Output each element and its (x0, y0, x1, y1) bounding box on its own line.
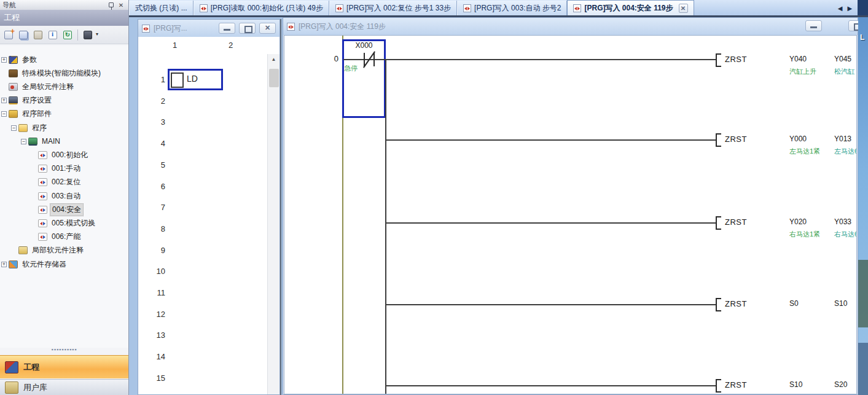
instruction-bracket (716, 53, 721, 67)
list-row-number[interactable]: 12 (138, 310, 165, 319)
list-row-number[interactable]: 5 (138, 160, 165, 170)
device1-label[interactable]: Y040 (789, 55, 807, 63)
properties-icon[interactable] (47, 29, 59, 41)
device1-label[interactable]: Y000 (789, 135, 807, 143)
tree-item-label: 005:模式切换 (50, 217, 97, 229)
device2-label[interactable]: Y013 (834, 135, 851, 143)
user-library-button[interactable]: 用户库 (0, 379, 128, 395)
device1-label[interactable]: S10 (789, 380, 802, 389)
list-row-number[interactable]: 8 (138, 224, 165, 233)
document-tab[interactable]: 式切换 (只读) ... (129, 1, 194, 15)
instruction-label[interactable]: ZRST (725, 217, 747, 227)
project-section-header: 工程 (0, 10, 128, 26)
device2-label[interactable]: Y045 (834, 55, 851, 63)
ladder-canvas[interactable]: 0X000急停ZRSTY040Y045汽缸上升松汽缸ZRSTY000Y013左马… (284, 35, 857, 394)
paste-icon[interactable] (32, 29, 44, 41)
list-row-number[interactable]: 2 (138, 96, 165, 106)
device2-label[interactable]: Y033 (834, 217, 851, 226)
ladder-window-titlebar[interactable]: [PRG]写入 004:安全 119步 (283, 18, 858, 35)
restore-button[interactable] (239, 23, 256, 34)
ladder-editor-window: [PRG]写入 004:安全 119步 0X000急停ZRSTY040Y045汽… (283, 17, 858, 395)
list-row-number[interactable]: 6 (138, 182, 165, 191)
tree-item--[interactable]: +参数 (0, 53, 39, 66)
tree-item-004-[interactable]: 004:安全 (0, 203, 84, 216)
list-row-number[interactable]: 11 (138, 288, 165, 297)
expand-plus-icon[interactable]: + (1, 98, 7, 103)
minimize-button[interactable] (219, 23, 235, 34)
restore-button[interactable] (848, 20, 858, 31)
list-row-number[interactable]: 4 (138, 139, 165, 148)
list-row-number[interactable]: 10 (138, 267, 165, 276)
desktop-icon-patch (858, 343, 868, 395)
scroll-up-icon[interactable]: ▲ (268, 54, 280, 65)
tree-item-005-[interactable]: 005:模式切换 (0, 216, 97, 230)
device1-label[interactable]: Y020 (789, 217, 807, 226)
copy-icon[interactable] (17, 29, 29, 41)
instruction-label[interactable]: ZRST (725, 299, 747, 308)
instruction-list-grid[interactable]: 1 2 12345678910111213141516 LD ▲ (138, 37, 280, 394)
desktop-wallpaper: L (858, 17, 868, 395)
tree-item--[interactable]: 局部软元件注释 (0, 244, 85, 257)
tree-item--[interactable]: 全局软元件注释 (0, 80, 76, 93)
refresh-icon[interactable]: ↻ (61, 29, 74, 41)
device1-label[interactable]: S0 (789, 299, 799, 308)
collapse-minus-icon[interactable]: − (1, 111, 7, 117)
branch-wire (385, 60, 386, 394)
document-tab[interactable]: [PRG]写入 003:自动 步号2 (457, 1, 567, 15)
list-row-number[interactable]: 9 (138, 246, 165, 255)
tree-item--[interactable]: −程序部件 (0, 108, 53, 121)
tree-item-label: 001:手动 (50, 163, 82, 174)
tree-item-main[interactable]: −MAIN (0, 135, 62, 148)
list-row-number[interactable]: 14 (138, 352, 165, 361)
sort-filter-icon[interactable] (82, 29, 94, 41)
document-tab[interactable]: [PRG]写入 004:安全 119步✕ (567, 0, 694, 15)
collapse-minus-icon[interactable]: − (21, 139, 26, 144)
edit-cell-box[interactable] (171, 72, 184, 88)
tree-item-000-[interactable]: 000:初始化 (0, 148, 90, 162)
project-view-button[interactable]: 工程 (0, 355, 128, 378)
device2-label[interactable]: S20 (834, 380, 847, 389)
expand-plus-icon[interactable]: + (1, 57, 7, 63)
list-row-number[interactable]: 1 (138, 75, 165, 84)
expand-plus-icon[interactable]: + (1, 262, 7, 267)
instruction-label[interactable]: ZRST (725, 380, 747, 389)
device2-label[interactable]: S10 (834, 299, 847, 308)
scrollbar-thumb[interactable] (269, 69, 279, 87)
list-row-number[interactable]: 3 (138, 117, 165, 127)
pin-icon[interactable] (106, 1, 116, 9)
document-tab[interactable]: [PRG]读取 000:初始化 (只读) 49步 (194, 1, 329, 15)
tree-item-006-[interactable]: 006:产能 (0, 230, 82, 244)
tab-scroll-right-icon[interactable]: ▶ (847, 5, 852, 12)
minimize-button[interactable] (805, 20, 822, 31)
desktop-icon-patch (858, 260, 868, 327)
collapse-minus-icon[interactable]: − (11, 125, 17, 131)
list-row-number[interactable]: 13 (138, 330, 165, 340)
tree-item--[interactable]: +软元件存储器 (0, 257, 68, 271)
device2-comment: 右马达6 (834, 230, 857, 239)
tab-scroll-left-icon[interactable]: ◀ (838, 5, 843, 12)
tree-item--[interactable]: 特殊模块(智能功能模块) (0, 66, 103, 80)
new-item-icon[interactable] (2, 29, 15, 41)
tree-item-003-[interactable]: 003:自动 (0, 189, 82, 203)
document-tab[interactable]: [PRG]写入 002:复位 步号1 33步 (329, 1, 457, 15)
list-row-number[interactable]: 15 (138, 373, 165, 383)
navigation-title: 导航 (2, 1, 106, 10)
tree-item-001-[interactable]: 001:手动 (0, 162, 82, 176)
instruction-label[interactable]: ZRST (725, 135, 747, 144)
tree-item-002-[interactable]: 002:复位 (0, 176, 82, 189)
list-window-titlebar[interactable]: [PRG]写... (138, 20, 280, 37)
tree-item--[interactable]: −程序 (0, 121, 49, 135)
panel-splitter-handle[interactable]: ▪▪▪▪▪▪▪▪▪▪ (0, 346, 128, 354)
contact-symbol[interactable] (373, 53, 375, 66)
instruction-label[interactable]: ZRST (725, 55, 747, 64)
list-row-number[interactable]: 7 (138, 203, 165, 212)
ladder-block-icon (38, 151, 47, 159)
list-scrollbar[interactable]: ▲ (267, 54, 280, 394)
selected-cell[interactable]: LD (168, 69, 223, 90)
tab-close-icon[interactable]: ✕ (679, 4, 688, 13)
selected-ladder-cell[interactable] (342, 39, 386, 118)
tree-item--[interactable]: +程序设置 (0, 94, 53, 108)
close-button[interactable] (259, 23, 276, 34)
close-panel-icon[interactable]: ✕ (116, 1, 126, 9)
navigation-panel-header[interactable]: 导航 ✕ (0, 0, 128, 10)
